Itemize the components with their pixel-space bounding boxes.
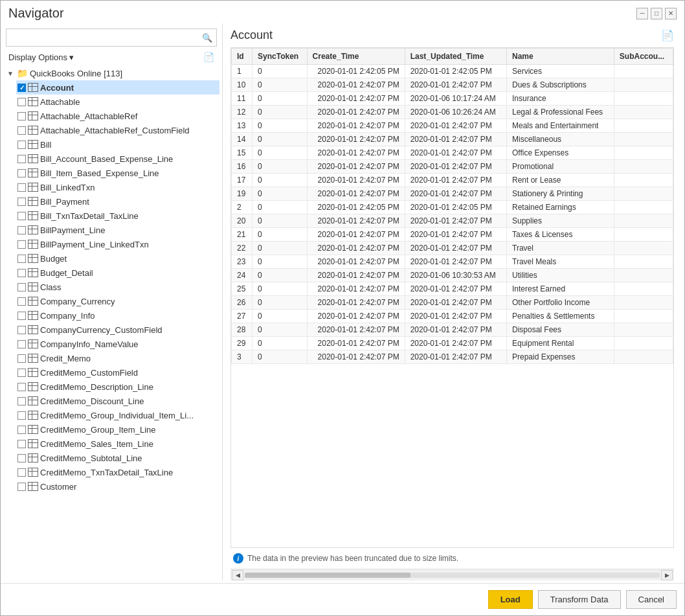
- close-button[interactable]: ✕: [665, 8, 677, 19]
- tree-item[interactable]: Bill: [16, 137, 219, 152]
- export-icon[interactable]: 📄: [661, 29, 674, 41]
- tree-item[interactable]: CreditMemo_Subtotal_Line: [16, 451, 219, 465]
- table-row[interactable]: 102020-01-01 2:42:05 PM2020-01-01 2:42:0…: [232, 65, 673, 78]
- tree-item-checkbox[interactable]: [17, 483, 26, 491]
- tree-item-checkbox[interactable]: ✓: [17, 84, 26, 92]
- tree-item-checkbox[interactable]: [17, 440, 26, 448]
- tree-item[interactable]: Bill_LinkedTxn: [16, 180, 219, 194]
- tree-item[interactable]: Attachable_AttachableRef: [16, 109, 219, 123]
- table-row[interactable]: 1202020-01-01 2:42:07 PM2020-01-06 10:26…: [232, 106, 673, 119]
- table-row[interactable]: 1402020-01-01 2:42:07 PM2020-01-01 2:42:…: [232, 133, 673, 146]
- tree-item-checkbox[interactable]: [17, 411, 26, 420]
- tree-item-checkbox[interactable]: [17, 383, 26, 391]
- tree-item[interactable]: CreditMemo_CustomField: [16, 365, 219, 380]
- scroll-left-arrow[interactable]: ◀: [232, 570, 243, 580]
- minimize-button[interactable]: ─: [636, 8, 648, 19]
- tree-item[interactable]: Class: [16, 280, 219, 294]
- tree-item-checkbox[interactable]: [17, 112, 26, 120]
- table-row[interactable]: 302020-01-01 2:42:07 PM2020-01-01 2:42:0…: [232, 350, 673, 364]
- tree-item[interactable]: Bill_TxnTaxDetail_TaxLine: [16, 209, 219, 223]
- table-row[interactable]: 1702020-01-01 2:42:07 PM2020-01-01 2:42:…: [232, 174, 673, 187]
- table-row[interactable]: 2102020-01-01 2:42:07 PM2020-01-01 2:42:…: [232, 228, 673, 242]
- table-row[interactable]: 2202020-01-01 2:42:07 PM2020-01-01 2:42:…: [232, 242, 673, 255]
- table-row[interactable]: 2902020-01-01 2:42:07 PM2020-01-01 2:42:…: [232, 337, 673, 350]
- tree-item-checkbox[interactable]: [17, 340, 26, 348]
- cancel-button[interactable]: Cancel: [626, 590, 677, 609]
- maximize-button[interactable]: □: [651, 8, 662, 19]
- tree-item[interactable]: Company_Currency: [16, 294, 219, 308]
- tree-item-checkbox[interactable]: [17, 255, 26, 263]
- table-row[interactable]: 2302020-01-01 2:42:07 PM2020-01-01 2:42:…: [232, 255, 673, 269]
- tree-item[interactable]: CreditMemo_TxnTaxDetail_TaxLine: [16, 465, 219, 479]
- tree-item[interactable]: Attachable: [16, 95, 219, 109]
- tree-item[interactable]: CompanyInfo_NameValue: [16, 337, 219, 351]
- transform-data-button[interactable]: Transform Data: [538, 590, 621, 609]
- tree-item[interactable]: ✓Account: [16, 80, 219, 95]
- table-scroll-area[interactable]: IdSyncTokenCreate_TimeLast_Updated_TimeN…: [231, 48, 673, 547]
- cell-synctoken: 0: [253, 214, 308, 228]
- tree-item-checkbox[interactable]: [17, 297, 26, 306]
- tree-item-checkbox[interactable]: [17, 126, 26, 135]
- tree-item[interactable]: CreditMemo_Sales_Item_Line: [16, 437, 219, 451]
- tree-item-checkbox[interactable]: [17, 326, 26, 334]
- table-row[interactable]: 1602020-01-01 2:42:07 PM2020-01-01 2:42:…: [232, 160, 673, 174]
- tree-root-item[interactable]: ▼ 📁 QuickBooks Online [113]: [6, 66, 219, 80]
- tree-item[interactable]: Attachable_AttachableRef_CustomField: [16, 123, 219, 137]
- tree-item-checkbox[interactable]: [17, 155, 26, 163]
- table-row[interactable]: 1002020-01-01 2:42:07 PM2020-01-01 2:42:…: [232, 78, 673, 92]
- tree-item[interactable]: Bill_Account_Based_Expense_Line: [16, 152, 219, 166]
- tree-item-checkbox[interactable]: [17, 169, 26, 177]
- tree-item-checkbox[interactable]: [17, 369, 26, 377]
- tree-item-checkbox[interactable]: [17, 198, 26, 206]
- tree-item[interactable]: BillPayment_Line: [16, 223, 219, 237]
- table-row[interactable]: 2702020-01-01 2:42:07 PM2020-01-01 2:42:…: [232, 310, 673, 323]
- tree-item-checkbox[interactable]: [17, 269, 26, 277]
- cell-last-updated: 2020-01-01 2:42:07 PM: [405, 174, 506, 187]
- table-row[interactable]: 2602020-01-01 2:42:07 PM2020-01-01 2:42:…: [232, 296, 673, 310]
- tree-item-checkbox[interactable]: [17, 283, 26, 291]
- table-row[interactable]: 2402020-01-01 2:42:07 PM2020-01-06 10:30…: [232, 269, 673, 282]
- cell-create-time: 2020-01-01 2:42:07 PM: [307, 242, 405, 255]
- tree-item-checkbox[interactable]: [17, 354, 26, 363]
- tree-item[interactable]: Customer: [16, 479, 219, 494]
- scroll-track[interactable]: [245, 573, 660, 578]
- tree-item-checkbox[interactable]: [17, 397, 26, 405]
- scroll-right-arrow[interactable]: ▶: [661, 570, 673, 580]
- tree-item[interactable]: CompanyCurrency_CustomField: [16, 323, 219, 337]
- tree-item[interactable]: Budget: [16, 251, 219, 266]
- tree-item-checkbox[interactable]: [17, 98, 26, 106]
- tree-item-checkbox[interactable]: [17, 240, 26, 249]
- table-row[interactable]: 202020-01-01 2:42:05 PM2020-01-01 2:42:0…: [232, 201, 673, 214]
- tree-item-checkbox[interactable]: [17, 312, 26, 320]
- table-row[interactable]: 1502020-01-01 2:42:07 PM2020-01-01 2:42:…: [232, 146, 673, 160]
- search-input[interactable]: [6, 30, 198, 45]
- tree-item[interactable]: CreditMemo_Discount_Line: [16, 394, 219, 408]
- table-row[interactable]: 1902020-01-01 2:42:07 PM2020-01-01 2:42:…: [232, 187, 673, 201]
- table-row[interactable]: 2802020-01-01 2:42:07 PM2020-01-01 2:42:…: [232, 323, 673, 337]
- tree-item[interactable]: Bill_Item_Based_Expense_Line: [16, 166, 219, 180]
- display-options-button[interactable]: Display Options ▾: [6, 51, 76, 63]
- table-row[interactable]: 1102020-01-01 2:42:07 PM2020-01-06 10:17…: [232, 92, 673, 106]
- tree-item[interactable]: BillPayment_Line_LinkedTxn: [16, 237, 219, 251]
- tree-item-checkbox[interactable]: [17, 141, 26, 149]
- tree-item[interactable]: Credit_Memo: [16, 351, 219, 365]
- refresh-icon-button[interactable]: 📄: [201, 51, 217, 63]
- tree-item[interactable]: Company_Info: [16, 308, 219, 323]
- tree-item[interactable]: CreditMemo_Description_Line: [16, 380, 219, 394]
- table-row[interactable]: 1302020-01-01 2:42:07 PM2020-01-01 2:42:…: [232, 119, 673, 133]
- tree-item-checkbox[interactable]: [17, 426, 26, 434]
- tree-item[interactable]: Bill_Payment: [16, 194, 219, 209]
- tree-item[interactable]: Budget_Detail: [16, 266, 219, 280]
- tree-item-checkbox[interactable]: [17, 468, 26, 477]
- table-row[interactable]: 2502020-01-01 2:42:07 PM2020-01-01 2:42:…: [232, 282, 673, 296]
- table-row[interactable]: 2002020-01-01 2:42:07 PM2020-01-01 2:42:…: [232, 214, 673, 228]
- tree-item-checkbox[interactable]: [17, 226, 26, 234]
- load-button[interactable]: Load: [488, 590, 533, 609]
- tree-container[interactable]: ▼ 📁 QuickBooks Online [113] ✓AccountAtta…: [6, 66, 219, 580]
- tree-item-checkbox[interactable]: [17, 212, 26, 220]
- tree-item-checkbox[interactable]: [17, 183, 26, 192]
- search-button[interactable]: 🔍: [198, 29, 216, 46]
- tree-item-checkbox[interactable]: [17, 454, 26, 462]
- tree-item[interactable]: CreditMemo_Group_Item_Line: [16, 422, 219, 437]
- tree-item[interactable]: CreditMemo_Group_Individual_Item_Li...: [16, 408, 219, 422]
